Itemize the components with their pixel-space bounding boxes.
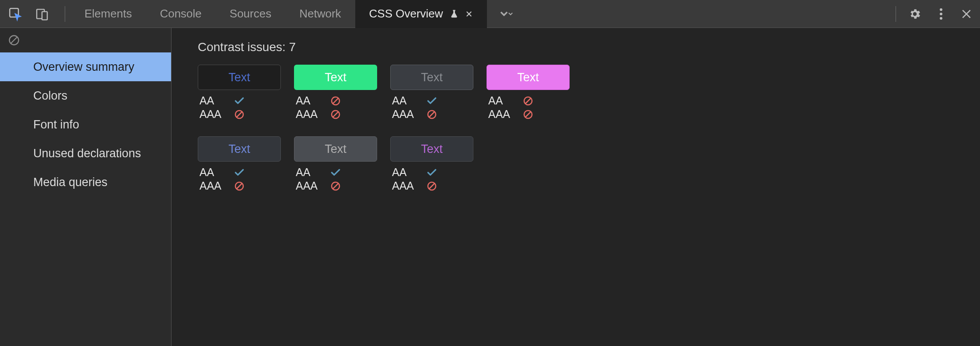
devtools-tabbar: Elements Console Sources Network CSS Ove… bbox=[0, 0, 980, 28]
close-devtools-icon[interactable] bbox=[961, 8, 972, 20]
aaa-row: AAA bbox=[200, 180, 281, 192]
tab-label: Elements bbox=[84, 7, 132, 21]
sidebar-item-font-info[interactable]: Font info bbox=[0, 110, 171, 139]
swatch-text: Text bbox=[421, 71, 443, 84]
check-icon bbox=[234, 167, 245, 178]
tab-elements[interactable]: Elements bbox=[70, 0, 146, 28]
aa-row: AA bbox=[200, 94, 281, 107]
more-tabs-icon[interactable] bbox=[497, 7, 515, 21]
contrast-rows: AA AAA bbox=[390, 166, 473, 192]
aaa-row: AAA bbox=[296, 180, 377, 192]
color-swatch-chip[interactable]: Text bbox=[198, 136, 281, 162]
svg-rect-2 bbox=[42, 11, 47, 20]
check-icon bbox=[426, 167, 438, 178]
contrast-swatch-grid: Text AA AAA Text AA bbox=[198, 65, 954, 192]
sidebar-toolbar bbox=[0, 28, 171, 52]
section-title: Contrast issues: 7 bbox=[198, 40, 954, 54]
prohibited-icon bbox=[426, 109, 438, 120]
tabbar-divider bbox=[896, 6, 896, 22]
sidebar-item-colors[interactable]: Colors bbox=[0, 81, 171, 110]
tab-label: Console bbox=[160, 7, 201, 21]
aa-label: AA bbox=[488, 94, 522, 107]
aa-row: AA bbox=[296, 94, 377, 107]
prohibited-icon bbox=[426, 180, 438, 192]
contrast-swatch: Text AA AAA bbox=[390, 136, 473, 192]
contrast-rows: AA AAA bbox=[198, 94, 281, 121]
aaa-label: AAA bbox=[296, 108, 330, 121]
aaa-label: AAA bbox=[296, 180, 330, 192]
settings-icon[interactable] bbox=[908, 7, 921, 21]
tab-sources[interactable]: Sources bbox=[216, 0, 285, 28]
svg-point-5 bbox=[940, 17, 942, 20]
tab-label: Network bbox=[299, 7, 341, 21]
color-swatch-chip[interactable]: Text bbox=[294, 65, 377, 90]
contrast-rows: AA AAA bbox=[198, 166, 281, 192]
inspect-element-icon[interactable] bbox=[8, 7, 23, 21]
tabbar-left-icons bbox=[8, 7, 60, 21]
swatch-text: Text bbox=[421, 142, 443, 156]
aaa-row: AAA bbox=[488, 108, 570, 121]
tab-label: Sources bbox=[230, 7, 271, 21]
tab-network[interactable]: Network bbox=[285, 0, 355, 28]
sidebar-item-label: Font info bbox=[33, 118, 79, 131]
sidebar-item-label: Colors bbox=[33, 89, 67, 103]
close-tab-icon[interactable] bbox=[465, 10, 473, 18]
aaa-row: AAA bbox=[392, 108, 473, 121]
aa-row: AA bbox=[200, 166, 281, 179]
swatch-text: Text bbox=[325, 71, 346, 84]
contrast-rows: AA AAA bbox=[294, 94, 377, 121]
prohibited-icon bbox=[522, 95, 534, 107]
sidebar-item-overview-summary[interactable]: Overview summary bbox=[0, 52, 171, 81]
tabbar-divider bbox=[65, 6, 65, 22]
aaa-label: AAA bbox=[488, 108, 522, 121]
contrast-swatch: Text AA AAA bbox=[486, 65, 570, 121]
color-swatch-chip[interactable]: Text bbox=[390, 65, 473, 90]
color-swatch-chip[interactable]: Text bbox=[486, 65, 570, 90]
tab-css-overview[interactable]: CSS Overview bbox=[355, 0, 487, 28]
aaa-row: AAA bbox=[296, 108, 377, 121]
prohibited-icon bbox=[330, 95, 341, 107]
contrast-swatch: Text AA AAA bbox=[198, 136, 281, 192]
prohibited-icon bbox=[234, 180, 245, 192]
aa-label: AA bbox=[296, 94, 330, 107]
color-swatch-chip[interactable]: Text bbox=[294, 136, 377, 162]
swatch-text: Text bbox=[228, 71, 250, 84]
contrast-rows: AA AAA bbox=[486, 94, 570, 121]
aa-label: AA bbox=[296, 166, 330, 179]
tab-label: CSS Overview bbox=[369, 7, 443, 21]
tab-console[interactable]: Console bbox=[146, 0, 215, 28]
clear-overview-icon[interactable] bbox=[8, 34, 20, 46]
color-swatch-chip[interactable]: Text bbox=[198, 65, 281, 90]
aa-label: AA bbox=[392, 94, 426, 107]
color-swatch-chip[interactable]: Text bbox=[390, 136, 473, 162]
sidebar-item-media-queries[interactable]: Media queries bbox=[0, 168, 171, 197]
svg-point-3 bbox=[940, 8, 942, 11]
aaa-label: AAA bbox=[200, 108, 234, 121]
svg-point-4 bbox=[940, 13, 942, 15]
sidebar-item-unused-declarations[interactable]: Unused declarations bbox=[0, 139, 171, 168]
swatch-text: Text bbox=[517, 71, 539, 84]
aaa-label: AAA bbox=[392, 180, 426, 192]
aa-row: AA bbox=[296, 166, 377, 179]
contrast-swatch: Text AA AAA bbox=[390, 65, 473, 121]
aa-row: AA bbox=[392, 94, 473, 107]
prohibited-icon bbox=[234, 109, 245, 120]
sidebar: Overview summary Colors Font info Unused… bbox=[0, 28, 172, 346]
prohibited-icon bbox=[522, 109, 534, 120]
sidebar-item-label: Unused declarations bbox=[33, 147, 141, 160]
aaa-label: AAA bbox=[392, 108, 426, 121]
contrast-swatch: Text AA AAA bbox=[198, 65, 281, 121]
sidebar-item-label: Overview summary bbox=[33, 60, 134, 74]
main-panel: Contrast issues: 7 Text AA AAA Text bbox=[172, 28, 980, 346]
body: Overview summary Colors Font info Unused… bbox=[0, 28, 980, 346]
check-icon bbox=[330, 167, 341, 178]
contrast-rows: AA AAA bbox=[294, 166, 377, 192]
contrast-swatch: Text AA AAA bbox=[294, 65, 377, 121]
aa-label: AA bbox=[200, 94, 234, 107]
aaa-row: AAA bbox=[200, 108, 281, 121]
flask-icon bbox=[449, 9, 459, 19]
device-toolbar-icon[interactable] bbox=[35, 7, 49, 21]
kebab-menu-icon[interactable] bbox=[939, 7, 943, 21]
aa-label: AA bbox=[200, 166, 234, 179]
aa-label: AA bbox=[392, 166, 426, 179]
